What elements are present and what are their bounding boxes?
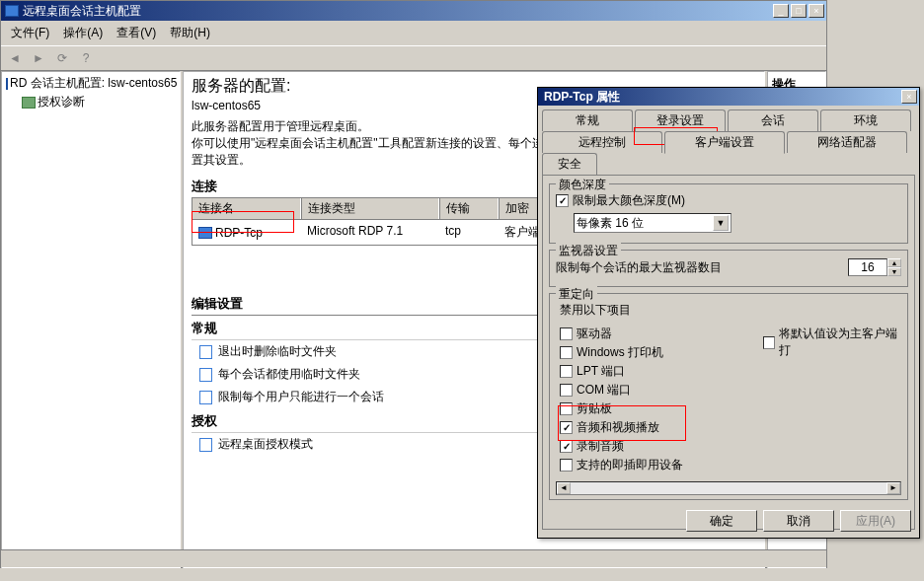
conn-col-type[interactable]: 连接类型 [301, 198, 439, 219]
close-button[interactable]: × [808, 4, 824, 18]
doc-icon [199, 345, 212, 359]
minimize-button[interactable]: _ [773, 4, 789, 18]
tabs-row1: 常规 登录设置 会话 环境 [542, 109, 915, 131]
chk-printers[interactable] [560, 346, 573, 359]
main-title-text: 远程桌面会话主机配置 [23, 3, 141, 20]
menu-file[interactable]: 文件(F) [5, 23, 55, 43]
tree-panel: RD 会话主机配置: lsw-centos65 授权诊断 [1, 71, 181, 568]
dialog-close-button[interactable]: × [901, 90, 917, 104]
color-legend: 颜色深度 [556, 177, 609, 193]
color-depth-select[interactable]: 每像素 16 位 ▼ [574, 213, 732, 233]
chk-com[interactable] [560, 384, 573, 397]
redirect-scrollbar[interactable]: ◄ ► [556, 481, 901, 495]
dialog-titlebar: RDP-Tcp 属性 × [538, 88, 919, 106]
maximize-button[interactable]: □ [791, 4, 807, 18]
toolbar: ◄ ► ⟳ ? [1, 45, 826, 71]
redirect-legend: 重定向 [556, 286, 597, 303]
tab-network[interactable]: 网络适配器 [787, 131, 907, 153]
scroll-left-icon[interactable]: ◄ [557, 482, 571, 494]
toolbar-fwd[interactable]: ► [29, 48, 48, 68]
diagnostic-icon [22, 97, 36, 109]
toolbar-back[interactable]: ◄ [5, 48, 25, 68]
tab-security[interactable]: 安全 [542, 153, 597, 175]
tab-content: 颜色深度 限制最大颜色深度(M) 每像素 16 位 ▼ 监视器设置 限制每个会话… [542, 175, 915, 530]
chk-drives[interactable] [560, 327, 573, 340]
app-icon [5, 5, 19, 17]
highlight-audio [558, 405, 686, 441]
redirect-list: 驱动器 Windows 打印机 LPT 端口 COM 端口 剪贴板 音频和视频播… [556, 323, 763, 474]
conn-type: Microsoft RDP 7.1 [301, 222, 439, 243]
redirect-group: 重定向 禁用以下项目 驱动器 Windows 打印机 LPT 端口 COM 端口… [549, 293, 908, 500]
scroll-track[interactable] [571, 482, 886, 494]
main-title: 远程桌面会话主机配置 [3, 3, 773, 20]
color-depth-group: 颜色深度 限制最大颜色深度(M) 每像素 16 位 ▼ [549, 183, 908, 244]
computer-icon [6, 78, 8, 90]
chk-default-client[interactable] [763, 336, 775, 349]
tab-session[interactable]: 会话 [728, 109, 818, 131]
monitor-spinner[interactable]: ▲ ▼ [848, 258, 901, 276]
tree-root[interactable]: RD 会话主机配置: lsw-centos65 [4, 74, 178, 93]
doc-icon [199, 438, 212, 452]
highlight-connection [192, 211, 294, 233]
spinner-down-icon[interactable]: ▼ [887, 267, 901, 276]
conn-col-transport[interactable]: 传输 [439, 198, 499, 219]
tab-general[interactable]: 常规 [542, 109, 633, 131]
rdp-properties-dialog: RDP-Tcp 属性 × 常规 登录设置 会话 环境 远程控制 客户端设置 网络… [537, 87, 920, 539]
tab-env[interactable]: 环境 [820, 109, 911, 131]
dropdown-arrow-icon: ▼ [713, 215, 729, 231]
conn-transport: tcp [439, 222, 499, 243]
monitor-legend: 监视器设置 [556, 243, 621, 259]
doc-icon [199, 391, 212, 404]
dialog-title: RDP-Tcp 属性 [540, 89, 901, 106]
window-controls: _ □ × [773, 4, 824, 18]
monitor-label: 限制每个会话的最大监视器数目 [556, 259, 844, 276]
cancel-button[interactable]: 取消 [763, 510, 834, 532]
toolbar-help[interactable]: ? [76, 48, 96, 68]
spinner-up-icon[interactable]: ▲ [887, 258, 901, 267]
menu-action[interactable]: 操作(A) [57, 23, 109, 43]
redirect-header: 禁用以下项目 [556, 300, 901, 323]
toolbar-refresh[interactable]: ⟳ [52, 48, 72, 68]
menu-help[interactable]: 帮助(H) [164, 23, 216, 43]
limit-color-label: 限制最大颜色深度(M) [573, 192, 685, 209]
scroll-right-icon[interactable]: ► [886, 482, 900, 494]
doc-icon [199, 368, 212, 382]
main-titlebar: 远程桌面会话主机配置 _ □ × [1, 1, 826, 21]
chk-record-audio[interactable] [560, 440, 573, 453]
tab-client[interactable]: 客户端设置 [664, 131, 785, 154]
menubar: 文件(F) 操作(A) 查看(V) 帮助(H) [1, 21, 826, 45]
menu-view[interactable]: 查看(V) [111, 23, 162, 43]
tabs-row2: 远程控制 客户端设置 网络适配器 安全 [542, 131, 915, 175]
tree-child-label: 授权诊断 [38, 94, 85, 110]
status-bar [1, 549, 826, 567]
chk-lpt[interactable] [560, 365, 573, 378]
limit-color-checkbox[interactable] [556, 194, 569, 207]
chk-pnp[interactable] [560, 459, 573, 472]
ok-button[interactable]: 确定 [686, 510, 757, 532]
apply-button[interactable]: 应用(A) [840, 510, 911, 532]
tree-root-label: RD 会话主机配置: lsw-centos65 [10, 75, 177, 92]
dialog-body: 常规 登录设置 会话 环境 远程控制 客户端设置 网络适配器 安全 颜色深度 限… [538, 106, 919, 534]
color-selected: 每像素 16 位 [577, 215, 644, 232]
dialog-buttons: 确定 取消 应用(A) [686, 510, 911, 532]
tree-child[interactable]: 授权诊断 [4, 93, 178, 111]
monitor-group: 监视器设置 限制每个会话的最大监视器数目 ▲ ▼ [549, 250, 908, 287]
monitor-value[interactable] [848, 258, 887, 276]
